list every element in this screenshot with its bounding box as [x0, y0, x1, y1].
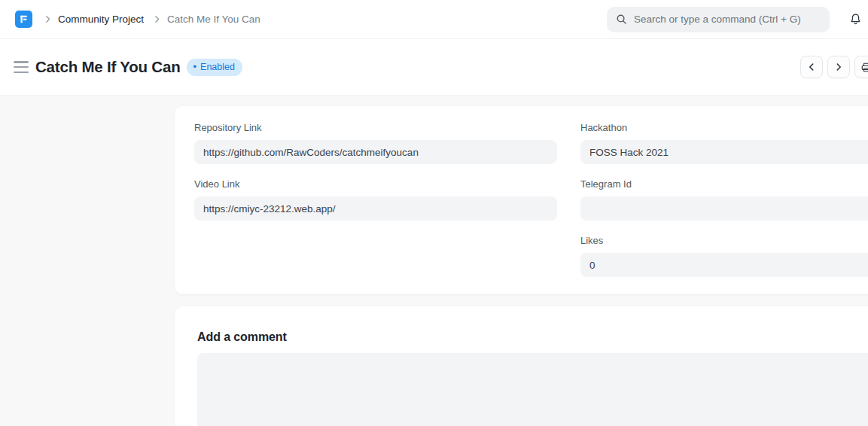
comments-heading: Add a comment	[197, 330, 868, 344]
form-section: Repository Link Hackathon Video Link Tel…	[175, 106, 868, 294]
video-link-input[interactable]	[194, 196, 557, 221]
video-link-label: Video Link	[194, 179, 557, 190]
print-button[interactable]	[854, 56, 868, 78]
field-video-link: Video Link	[194, 179, 557, 221]
field-repository-link: Repository Link	[194, 123, 557, 164]
hackathon-input[interactable]	[580, 140, 868, 164]
field-telegram-id: Telegram Id	[580, 179, 868, 221]
page-header: Catch Me If You Can • Enabled	[0, 39, 868, 96]
breadcrumb-current-record[interactable]: Catch Me If You Can	[167, 14, 260, 25]
comments-section: Add a comment	[175, 306, 868, 426]
prev-record-button[interactable]	[800, 56, 823, 78]
repository-link-input[interactable]	[194, 140, 557, 164]
chevron-right-icon	[833, 62, 844, 72]
telegram-id-input[interactable]	[580, 196, 868, 221]
frappe-desk-page: { "navbar": { "breadcrumbs": { "item1": …	[0, 0, 868, 426]
chevron-left-icon	[806, 62, 817, 72]
form-grid: Repository Link Hackathon Video Link Tel…	[194, 123, 868, 277]
main-content: Repository Link Hackathon Video Link Tel…	[0, 96, 868, 426]
notifications-button[interactable]	[842, 7, 868, 32]
header-actions	[800, 56, 868, 78]
field-hackathon: Hackathon	[580, 123, 868, 164]
field-likes: Likes	[580, 236, 868, 277]
next-record-button[interactable]	[827, 56, 850, 78]
status-badge: • Enabled	[187, 59, 242, 76]
telegram-id-label: Telegram Id	[580, 179, 868, 190]
top-navbar: Community Project Catch Me If You Can	[0, 0, 868, 39]
breadcrumb-community-project[interactable]: Community Project	[58, 14, 144, 25]
badge-dot: •	[193, 62, 197, 72]
hackathon-label: Hackathon	[580, 123, 868, 133]
menu-button[interactable]	[14, 61, 29, 73]
comment-input[interactable]	[197, 353, 868, 426]
hamburger-menu-icon	[14, 61, 29, 63]
search-icon	[616, 14, 627, 25]
frappe-logo-glyph	[18, 14, 29, 25]
frappe-logo[interactable]	[15, 11, 32, 28]
badge-label: Enabled	[200, 62, 235, 72]
likes-label: Likes	[580, 236, 868, 246]
bell-icon	[849, 13, 862, 26]
printer-icon	[860, 62, 868, 73]
chevron-right-icon	[152, 14, 162, 24]
chevron-right-icon	[43, 14, 53, 24]
search-input[interactable]	[634, 14, 821, 25]
likes-input[interactable]	[580, 253, 868, 277]
global-search[interactable]	[607, 7, 830, 32]
repository-link-label: Repository Link	[194, 123, 557, 133]
page-title: Catch Me If You Can	[35, 58, 181, 76]
